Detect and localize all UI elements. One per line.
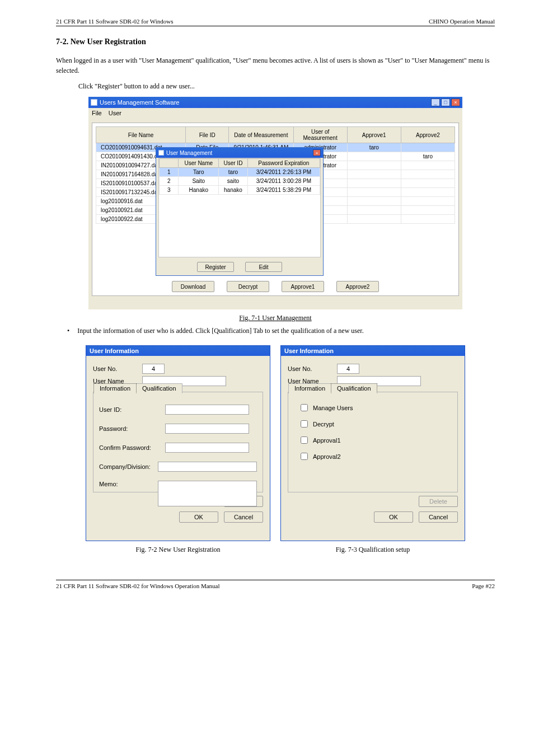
page-header: 21 CFR Part 11 Software SDR-02 for Windo… — [56, 18, 495, 26]
file-cell — [347, 152, 401, 161]
um-col-2[interactable]: User ID — [219, 159, 248, 168]
menu-file[interactable]: File — [92, 110, 102, 116]
file-cell — [401, 215, 455, 224]
table-row[interactable]: 1Tarotaro3/24/2011 2:26:13 PM — [160, 168, 320, 177]
chk-manage-users[interactable] — [301, 404, 308, 411]
chk-decrypt[interactable] — [301, 420, 308, 428]
file-cell — [347, 215, 401, 224]
file-cell — [347, 206, 401, 215]
memo-label: Memo: — [99, 481, 153, 487]
tab-qualification[interactable]: Qualification — [136, 383, 182, 393]
um-col-3[interactable]: Password Expiration — [247, 159, 320, 168]
um-cell: Taro — [179, 168, 219, 177]
um-cell: saito — [219, 177, 248, 186]
decrypt-button[interactable]: Decrypt — [227, 281, 269, 292]
paragraph-1: When logged in as a user with "User Mana… — [56, 55, 495, 76]
file-cell — [347, 170, 401, 179]
ok-button-right[interactable]: OK — [374, 511, 413, 523]
file-cell — [347, 188, 401, 197]
maximize-icon[interactable]: □ — [441, 98, 450, 106]
userinfo-title-left: User Information — [86, 346, 270, 356]
file-cell — [347, 161, 401, 170]
paragraph-2: Click "Register" button to add a new use… — [78, 81, 495, 91]
approve1-button[interactable]: Approve1 — [282, 281, 324, 292]
file-table-col-0[interactable]: File Name — [96, 127, 186, 143]
qual-approval2[interactable]: Approval2 — [298, 451, 452, 462]
app-icon — [91, 99, 97, 106]
um-cell: taro — [219, 168, 248, 177]
um-col-1[interactable]: User Name — [179, 159, 219, 168]
um-cell: 3/24/2011 3:00:28 PM — [247, 177, 320, 186]
um-cell: 1 — [160, 168, 179, 177]
file-table-col-2[interactable]: Date of Measurement — [229, 127, 293, 143]
screenshot-users-management: Users Management Software _ □ × File Use… — [88, 97, 462, 309]
minimize-icon[interactable]: _ — [431, 98, 440, 106]
approve2-button[interactable]: Approve2 — [336, 281, 379, 292]
cancel-button-right[interactable]: Cancel — [419, 511, 458, 523]
user-management-dialog: User Management × User NameUser IDPasswo… — [156, 147, 324, 276]
um-cell: 3/24/2011 5:38:29 PM — [247, 186, 320, 195]
shotA-menubar: File User — [88, 108, 462, 118]
download-button[interactable]: Download — [172, 281, 214, 292]
file-table-col-3[interactable]: User of Measurement — [293, 127, 347, 143]
cancel-button-left[interactable]: Cancel — [224, 511, 263, 523]
table-row[interactable]: 3Hanakohanako3/24/2011 5:38:29 PM — [160, 186, 320, 195]
file-cell: taro — [347, 143, 401, 152]
edit-button[interactable]: Edit — [245, 262, 282, 272]
info-fields: User ID: Password: Confirm Password: Com… — [99, 402, 257, 509]
bullet-text: Input the information of user who is add… — [77, 327, 363, 335]
menu-user[interactable]: User — [109, 110, 121, 116]
page-footer: 21 CFR Part 11 Software SDR-02 for Windo… — [56, 580, 495, 589]
file-cell — [401, 197, 455, 206]
userid-input[interactable] — [165, 405, 249, 415]
um-cell: 2 — [160, 177, 179, 186]
qual-approval1[interactable]: Approval1 — [298, 435, 452, 445]
um-cell: 3 — [160, 186, 179, 195]
userno-row-r: User No. — [288, 364, 458, 374]
userinfo-left-wrap: User Information User No. User Name Info… — [86, 345, 270, 564]
tab-qualification-r[interactable]: Qualification — [331, 383, 377, 393]
table-row[interactable]: 2Saitosaito3/24/2011 3:00:28 PM — [160, 177, 320, 186]
file-table-col-4[interactable]: Approve1 — [347, 127, 401, 143]
qual-decrypt-label: Decrypt — [313, 421, 334, 428]
company-input[interactable] — [158, 462, 257, 472]
chk-approval2[interactable] — [301, 453, 308, 460]
userno-input — [142, 364, 165, 374]
um-cell: Saito — [179, 177, 219, 186]
close-icon[interactable]: × — [451, 98, 460, 106]
tab-information[interactable]: Information — [93, 383, 137, 393]
footer-left: 21 CFR Part 11 Software SDR-02 for Windo… — [56, 583, 220, 589]
qual-decrypt[interactable]: Decrypt — [298, 419, 452, 429]
file-table-col-5[interactable]: Approve2 — [401, 127, 455, 143]
um-table-body: 1Tarotaro3/24/2011 2:26:13 PM2Saitosaito… — [160, 168, 320, 195]
header-right: CHINO Operation Manual — [429, 18, 495, 25]
file-cell — [347, 197, 401, 206]
password-input[interactable] — [165, 424, 249, 434]
tabs-info: Information Qualification User ID: Passw… — [93, 392, 263, 492]
figB-caption: Fig. 7-2 New User Registration — [86, 546, 270, 554]
memo-input[interactable] — [158, 481, 257, 506]
um-titlebar: User Management × — [156, 148, 323, 158]
delete-button-right: Delete — [419, 496, 458, 507]
um-close-icon[interactable]: × — [313, 149, 321, 156]
file-cell — [401, 188, 455, 197]
chk-approval1[interactable] — [301, 436, 308, 444]
register-button[interactable]: Register — [197, 262, 234, 272]
qual-list: Manage Users Decrypt Approval1 Approval2 — [294, 402, 452, 462]
tab-information-r[interactable]: Information — [288, 383, 331, 393]
shotA-bottom-buttons: DownloadDecryptApprove1Approve2 — [92, 281, 458, 292]
userinfo-right-wrap: User Information User No. User Name Info… — [280, 345, 465, 564]
file-table-col-1[interactable]: File ID — [186, 127, 229, 143]
confirm-password-input[interactable] — [165, 443, 249, 453]
ok-button-left[interactable]: OK — [179, 511, 218, 523]
tabs-qual: Information Qualification Manage Users D… — [288, 392, 458, 492]
password-label: Password: — [99, 425, 161, 432]
qual-manage-users-label: Manage Users — [313, 405, 353, 411]
company-label: Company/Division: — [99, 463, 153, 470]
userinfo-title-right: User Information — [281, 346, 465, 356]
um-col-0[interactable] — [160, 159, 179, 168]
qual-manage-users[interactable]: Manage Users — [298, 402, 452, 413]
um-app-icon — [158, 150, 164, 156]
header-left: 21 CFR Part 11 Software SDR-02 for Windo… — [56, 18, 173, 25]
userinfo-dialog-qual: User Information User No. User Name Info… — [280, 345, 465, 541]
